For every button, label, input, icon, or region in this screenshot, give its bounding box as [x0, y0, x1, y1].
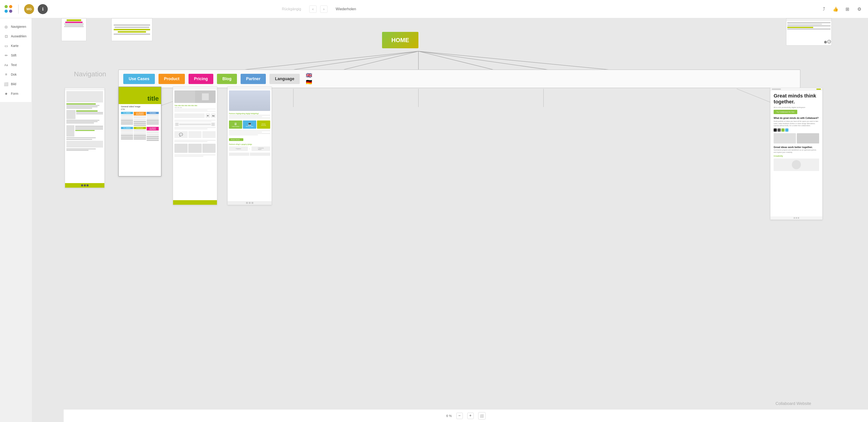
- nav-item-partner[interactable]: Partner: [241, 74, 266, 84]
- sidebar-item-doc[interactable]: ≡ Dok: [0, 70, 32, 79]
- sidebar-label-navigate: Navigieren: [11, 25, 26, 28]
- card-icon: ▭: [4, 43, 9, 48]
- partner-heading2: Partners dfsgf s gegqf g fpdgs: [229, 143, 270, 145]
- collaboard-page-thumb: Great minds think together. All in one p…: [770, 88, 823, 220]
- app-logo: [4, 5, 13, 13]
- nav-item-blog[interactable]: Blog: [217, 74, 237, 84]
- cb-work-title: Great ideas work better together.: [774, 146, 819, 148]
- nav-item-product[interactable]: Product: [158, 74, 185, 84]
- undo-button[interactable]: Rückgängig: [277, 5, 306, 13]
- zoom-plus-button[interactable]: +: [467, 413, 474, 419]
- top-toolbar: MG ℹ Rückgängig ‹ › Wiederholen ⤴ 👍 ⊞ ⚙: [0, 0, 868, 18]
- pen-icon: ✏: [4, 53, 9, 58]
- toolbar-right: ⤴ 👍 ⊞ ⚙: [820, 5, 864, 13]
- toolbar-divider: [18, 5, 19, 14]
- toolbar-center: Rückgängig ‹ › Wiederholen: [277, 5, 361, 13]
- sidebar-label-pen: Stift: [11, 54, 17, 57]
- sidebar-item-text[interactable]: Aa Text: [0, 60, 32, 70]
- logo-dot-2: [9, 5, 12, 8]
- cb-cta[interactable]: Try Collaboard for free: [774, 110, 797, 114]
- cb-subtitle: All in one productivity digital workspac…: [774, 106, 819, 108]
- sidebar-item-select[interactable]: ⊡ Auswählen: [0, 31, 32, 41]
- sidebar-label-form: Form: [11, 92, 19, 95]
- left-sidebar: ◎ Navigieren ⊡ Auswählen ▭ Karte ✏ Stift…: [0, 18, 32, 102]
- nav-forward-arrow[interactable]: ›: [320, 5, 328, 13]
- nav-item-pricing[interactable]: Pricing: [188, 74, 213, 84]
- main-canvas[interactable]: ↺ HOME Navigation Use Cases Product Pric…: [32, 18, 868, 422]
- logo-area: MG ℹ: [4, 4, 48, 14]
- avatar-mg[interactable]: MG: [24, 4, 34, 14]
- flag-icons: 🇬🇧 🇩🇪: [304, 72, 313, 85]
- home-label: HOME: [391, 37, 409, 44]
- cb-work-text: Summarize projects and start&finish as a…: [774, 149, 819, 153]
- sidebar-item-form[interactable]: ★ Form: [0, 89, 32, 99]
- zoom-display: 6 %: [446, 414, 452, 418]
- select-icon: ⊡: [4, 34, 9, 39]
- collaboard-website-label: Collaboard Website: [775, 401, 811, 406]
- image-icon: ⬜: [4, 82, 9, 87]
- title-page-subtitle: General video/ image: [121, 106, 159, 108]
- nav-item-use-cases[interactable]: Use Cases: [123, 74, 155, 84]
- logo-dot-1: [4, 5, 8, 8]
- flag-de: 🇩🇪: [304, 79, 313, 85]
- partner-page-thumb: Partners fdgfdgndtng fdgfgf hfdfghfhgf 🖥…: [227, 87, 272, 205]
- sidebar-item-navigate[interactable]: ◎ Navigieren: [0, 22, 32, 31]
- form-icon: ★: [4, 91, 9, 96]
- sidebar-label-doc: Dok: [11, 73, 17, 76]
- product-page-thumb: Title title title title title title titl…: [173, 87, 217, 205]
- doc-icon: ≡: [4, 72, 9, 77]
- frame-button[interactable]: ⬜: [478, 412, 486, 420]
- flag-uk: 🇬🇧: [304, 72, 313, 79]
- zoom-minus-button[interactable]: −: [456, 413, 463, 419]
- sidebar-item-card[interactable]: ▭ Karte: [0, 41, 32, 51]
- avatar-info[interactable]: ℹ: [38, 4, 48, 14]
- navigation-section-label: Navigation: [74, 70, 106, 78]
- title-page: title General video/ image CTA PLANNING …: [118, 87, 161, 176]
- like-icon[interactable]: 👍: [832, 5, 840, 13]
- cb-creativity: Creativity: [774, 155, 819, 157]
- grid-icon[interactable]: ⊞: [843, 5, 851, 13]
- schools-university: Schools University: [261, 123, 266, 126]
- product-heading: Title title title title title title titl…: [175, 105, 216, 106]
- cb-section-title: What do great minds do with Collaboard?: [774, 117, 819, 119]
- top-left-thumb: [61, 18, 86, 41]
- cb-tagline: Great minds think together.: [774, 93, 819, 105]
- nav-back-arrow[interactable]: ‹: [309, 5, 316, 13]
- sidebar-label-card: Karte: [11, 44, 19, 48]
- share-icon[interactable]: ⤴: [820, 5, 828, 13]
- top-mid-thumb: [112, 18, 152, 41]
- text-icon: Aa: [4, 62, 9, 67]
- navigation-bar: Use Cases Product Pricing Blog Partner L…: [118, 69, 801, 88]
- home-node[interactable]: HOME: [382, 32, 418, 48]
- title-page-cta: CTA: [121, 108, 159, 110]
- partner-heading1: Partners fdgfdgndtng fdgfgf hfdfghfhgf: [229, 113, 270, 114]
- cb-body: Dontt portfolio on ideas you have all th…: [774, 120, 819, 127]
- sidebar-item-image[interactable]: ⬜ Bild: [0, 79, 32, 89]
- left-page-preview: [65, 88, 104, 188]
- logo-dot-3: [4, 9, 8, 13]
- sidebar-label-select: Auswählen: [11, 34, 27, 38]
- navigate-icon: ◎: [4, 24, 9, 29]
- bottom-toolbar: 6 % − + ⬜: [64, 409, 868, 422]
- minimap-area: ↺: [786, 18, 832, 46]
- nav-item-language[interactable]: Language: [270, 74, 300, 84]
- sidebar-item-pen[interactable]: ✏ Stift: [0, 51, 32, 60]
- title-page-title: title: [147, 95, 159, 102]
- sidebar-label-text: Text: [11, 63, 17, 67]
- redo-button[interactable]: Wiederholen: [331, 5, 361, 13]
- settings-icon[interactable]: ⚙: [855, 5, 864, 13]
- logo-dot-4: [9, 9, 12, 13]
- sidebar-label-image: Bild: [11, 82, 16, 86]
